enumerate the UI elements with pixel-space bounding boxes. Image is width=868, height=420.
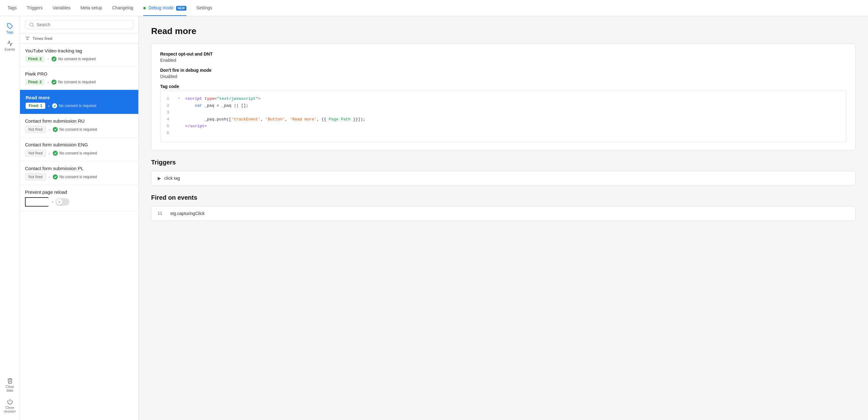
sidebar-icons: Tags Events Clear data	[0, 16, 20, 420]
sidebar-item-events[interactable]: Events	[1, 37, 19, 54]
tag-name-piwik: Piwik PRO	[25, 71, 133, 76]
main-content: Read more Respect opt-out and DNT Enable…	[138, 16, 868, 420]
nav-triggers[interactable]: Triggers	[27, 0, 43, 16]
search-icon	[29, 22, 34, 27]
code-content-4: _paq.push(['trackEvent', 'Button', 'Read…	[185, 116, 365, 123]
toggle-switch[interactable]: ✕	[56, 198, 69, 206]
not-fired-badge-pl: Not fired	[25, 173, 46, 180]
tag-list: YouTube Video tracking tag Fired: 2 ● No…	[20, 44, 138, 420]
sidebar-tags-label: Tags	[6, 30, 13, 34]
consent-check-4	[53, 151, 58, 156]
toggle-wrap: ✕	[25, 197, 69, 206]
dot-sep-1: ●	[47, 80, 49, 84]
line-num-6: 6	[167, 130, 173, 137]
svg-point-2	[30, 23, 33, 26]
respect-opt-out-label: Respect opt-out and DNT	[160, 52, 846, 57]
dot-sep-2: ●	[48, 104, 50, 108]
check-icon-2	[53, 104, 56, 107]
line-num-2: 2	[167, 102, 173, 109]
not-fired-badge-ru: Not fired	[25, 126, 46, 133]
tag-status-prevent-reload: ✕	[25, 197, 133, 206]
nav-settings[interactable]: Settings	[196, 0, 212, 16]
tag-item-form-pl[interactable]: Contact form submission PL Not fired ● N…	[20, 161, 138, 185]
sidebar-bottom: Clear data Close session	[1, 375, 19, 420]
times-fired-label: Times fired	[32, 36, 53, 41]
tag-item-read-more[interactable]: Read more Fired: 1 ● No consent is requi…	[20, 90, 138, 114]
check-icon-1	[53, 80, 56, 84]
tag-status-piwik: Fired: 2 ● No consent is required	[25, 79, 133, 85]
tag-item-prevent-reload[interactable]: Prevent page reload ✕	[20, 185, 138, 211]
new-badge: NEW	[176, 6, 186, 10]
tag-name-form-eng: Contact form submission ENG	[25, 142, 133, 147]
dont-fire-value: Disabled	[160, 74, 846, 79]
respect-opt-out-row: Respect opt-out and DNT Enabled	[160, 52, 846, 63]
event-num: 11	[158, 211, 165, 216]
nav-debug-mode[interactable]: Debug mode NEW	[143, 0, 186, 16]
check-icon-0	[53, 57, 56, 61]
tags-icon	[7, 23, 13, 29]
page-title: Read more	[151, 26, 856, 36]
consent-piwik: No consent is required	[52, 79, 96, 85]
close-session-label: Close session	[4, 406, 16, 413]
consent-check-0	[52, 57, 57, 62]
tag-list-panel: Times fired YouTube Video tracking tag F…	[20, 16, 138, 420]
code-line-2: 2 var _paq = _paq || [];	[167, 102, 840, 109]
toggle-x-icon: ✕	[58, 200, 61, 204]
consent-check-2	[52, 103, 57, 108]
check-icon-3	[54, 128, 57, 131]
clear-data-button[interactable]: Clear data	[1, 375, 19, 395]
fired-on-section-title: Fired on events	[151, 194, 856, 201]
debug-dot	[143, 7, 146, 9]
clear-data-label: Clear data	[4, 385, 16, 392]
tag-item-piwik[interactable]: Piwik PRO Fired: 2 ● No consent is requi…	[20, 67, 138, 90]
search-input-wrap[interactable]	[25, 20, 133, 29]
main-layout: Tags Events Clear data	[0, 16, 868, 420]
tag-code-row: Tag code 1 ▾ <script type="text/javascri…	[160, 84, 846, 142]
consent-check-5	[53, 174, 58, 180]
tag-item-form-eng[interactable]: Contact form submission ENG Not fired ● …	[20, 138, 138, 161]
top-navigation: Tags Triggers Variables Meta setup Chang…	[0, 0, 868, 16]
sidebar-item-tags[interactable]: Tags	[1, 20, 19, 37]
line-num-1: 1	[167, 95, 173, 102]
event-name: stg.capturingClick	[170, 211, 205, 216]
tag-name-prevent-reload: Prevent page reload	[25, 189, 133, 195]
toggle-knob: ✕	[56, 199, 62, 205]
consent-read-more: No consent is required	[52, 103, 96, 108]
code-line-3: 3	[167, 109, 840, 116]
tag-item-form-ru[interactable]: Contact form submission RU Not fired ● N…	[20, 114, 138, 138]
fired-badge-youtube: Fired: 2	[25, 56, 45, 62]
close-session-button[interactable]: Close session	[1, 395, 19, 416]
dot-sep-5: ●	[49, 175, 50, 179]
consent-form-ru: No consent is required	[53, 127, 97, 132]
filter-icon	[25, 36, 30, 41]
tag-code-label: Tag code	[160, 84, 846, 89]
code-line-6: 6	[167, 130, 840, 137]
trash-icon	[7, 378, 13, 384]
line-num-4: 4	[167, 116, 173, 123]
check-icon-4	[54, 152, 57, 155]
code-content-2: var _paq = _paq || [];	[185, 102, 249, 109]
code-line-5: 5 </script>	[167, 123, 840, 130]
events-icon	[7, 40, 13, 46]
dont-fire-label: Don't fire in debug mode	[160, 68, 846, 73]
consent-check-3	[53, 127, 58, 132]
nav-variables[interactable]: Variables	[53, 0, 70, 16]
fired-badge-read-more: Fired: 1	[26, 103, 45, 109]
respect-opt-out-value: Enabled	[160, 58, 846, 63]
sidebar-events-label: Events	[5, 47, 15, 51]
nav-tags[interactable]: Tags	[7, 0, 17, 16]
code-content-1: <script type="text/javascript">	[185, 95, 261, 102]
tag-status-form-pl: Not fired ● No consent is required	[25, 173, 133, 180]
line-num-3: 3	[167, 109, 173, 116]
arrow-shape	[25, 197, 53, 206]
search-input[interactable]	[36, 22, 129, 27]
trigger-item-click-tag[interactable]: ▶ click tag	[151, 171, 856, 185]
dot-sep-3: ●	[49, 128, 50, 131]
check-icon-5	[54, 175, 57, 179]
tag-item-youtube[interactable]: YouTube Video tracking tag Fired: 2 ● No…	[20, 44, 138, 67]
nav-meta-setup[interactable]: Meta setup	[81, 0, 102, 16]
nav-changelog[interactable]: Changelog	[112, 0, 133, 16]
fired-badge-piwik: Fired: 2	[25, 79, 45, 85]
consent-form-pl: No consent is required	[53, 174, 97, 180]
tag-status-form-ru: Not fired ● No consent is required	[25, 126, 133, 133]
